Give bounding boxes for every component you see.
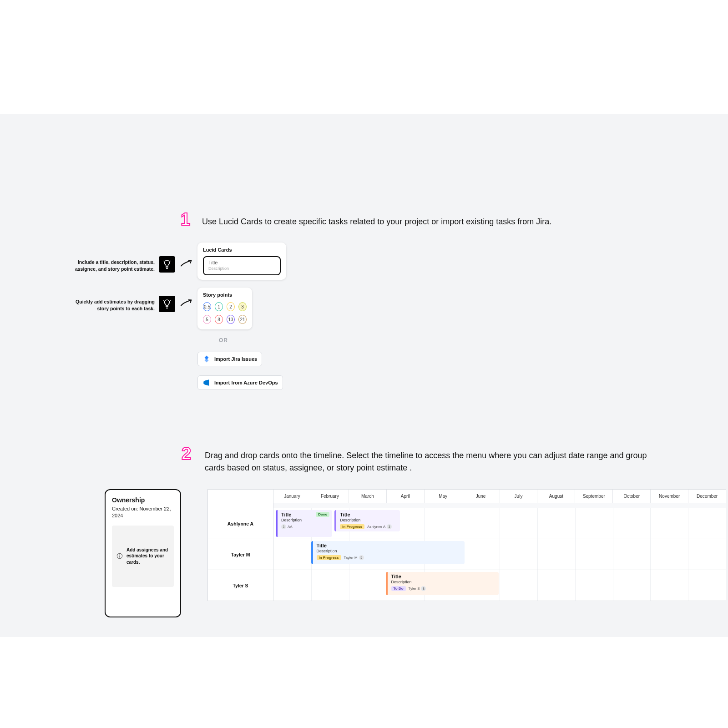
lightbulb-icon <box>159 296 175 312</box>
timeline-row: Tyler S Title Description To Do Tyler S8 <box>208 570 726 601</box>
month-header: March <box>349 490 386 503</box>
timeline[interactable]: January February March April May June Ju… <box>207 489 726 601</box>
card-assignee: Ashlynne A3 <box>367 524 392 529</box>
story-points-title: Story points <box>203 292 247 298</box>
assignee-label: Tayler M <box>208 539 273 570</box>
month-header: June <box>462 490 500 503</box>
lucid-cards-title: Lucid Cards <box>203 247 281 253</box>
assignee-label: Tyler S <box>208 570 273 601</box>
story-point-chip[interactable]: 8 <box>215 315 223 324</box>
card-assignee: Tyler S8 <box>409 586 426 591</box>
ownership-message: Add assignees and estimates to your card… <box>126 547 169 566</box>
step-number-1: 1 <box>181 210 190 229</box>
task-card[interactable]: Title Description To Do Tyler S8 <box>386 572 499 595</box>
step-number-2: 2 <box>182 444 191 464</box>
month-header: February <box>311 490 349 503</box>
tip-1-text: Include a title, description, status, as… <box>64 259 155 272</box>
status-badge: In Progress <box>317 555 341 560</box>
azure-devops-icon <box>202 379 211 387</box>
story-point-chip[interactable]: 0.5 <box>203 302 211 311</box>
month-header: April <box>386 490 424 503</box>
month-header: May <box>424 490 462 503</box>
month-header: August <box>537 490 575 503</box>
story-point-chip[interactable]: 13 <box>227 315 235 324</box>
status-badge: In Progress <box>340 524 364 529</box>
svg-point-1 <box>119 555 120 556</box>
status-badge: To Do <box>391 586 406 591</box>
month-header: July <box>500 490 537 503</box>
story-point-chip[interactable]: 21 <box>238 315 247 324</box>
month-header: October <box>612 490 650 503</box>
card-assignee: 3AA <box>281 524 293 529</box>
month-header: December <box>688 490 726 503</box>
card-desc: Description <box>340 518 396 522</box>
card-title: Title <box>391 574 495 579</box>
ownership-card: Ownership Created on: November 22, 2024 … <box>105 489 181 617</box>
card-title: Title <box>340 512 396 517</box>
jira-icon <box>202 355 211 363</box>
task-title-placeholder: Title <box>208 260 275 265</box>
import-azure-label: Import from Azure DevOps <box>214 380 278 385</box>
arrow-icon <box>180 258 193 268</box>
or-separator: OR <box>219 337 228 344</box>
story-point-chip[interactable]: 1 <box>215 302 223 311</box>
arrow-icon <box>180 298 193 308</box>
import-azure-button[interactable]: Import from Azure DevOps <box>197 375 283 390</box>
month-header: September <box>575 490 612 503</box>
task-card-sketch: Title Description <box>203 256 281 275</box>
ownership-created: Created on: November 22, 2024 <box>112 506 174 519</box>
step-2-text: Drag and drop cards onto the timeline. S… <box>205 450 664 474</box>
story-points-panel: Story points 0.5 1 2 3 5 8 13 21 <box>197 288 252 329</box>
timeline-row: Ashlynne A Done Title Description 3AA Ti… <box>208 508 726 539</box>
card-assignee: Tayler M5 <box>344 555 364 560</box>
import-jira-label: Import Jira Issues <box>214 356 257 362</box>
tip-2-text: Quickly add estimates by dragging story … <box>64 298 155 312</box>
lucid-cards-panel: Lucid Cards Title Description <box>197 243 286 280</box>
lightbulb-icon <box>159 256 175 273</box>
status-badge: Done <box>316 512 329 517</box>
story-point-chip[interactable]: 3 <box>238 302 247 311</box>
task-card[interactable]: Title Description In Progress Ashlynne A… <box>334 510 400 531</box>
task-card[interactable]: Title Description In Progress Tayler M5 <box>311 541 465 564</box>
timeline-row: Tayler M Title Description In Progress T… <box>208 539 726 570</box>
import-jira-button[interactable]: Import Jira Issues <box>197 352 262 366</box>
card-desc: Description <box>281 518 329 522</box>
info-icon <box>116 553 123 559</box>
step-1-text: Use Lucid Cards to create specific tasks… <box>202 216 602 228</box>
svg-rect-2 <box>119 556 120 557</box>
task-card[interactable]: Done Title Description 3AA <box>276 510 332 537</box>
card-title: Title <box>317 543 461 548</box>
task-desc-placeholder: Description <box>208 266 275 271</box>
card-desc: Description <box>391 580 495 584</box>
story-point-chip[interactable]: 5 <box>203 315 211 324</box>
assignee-label: Ashlynne A <box>208 508 273 539</box>
month-header: November <box>650 490 688 503</box>
story-point-chip[interactable]: 2 <box>227 302 235 311</box>
card-desc: Description <box>317 549 461 553</box>
month-header: January <box>273 490 311 503</box>
ownership-title: Ownership <box>112 496 174 504</box>
